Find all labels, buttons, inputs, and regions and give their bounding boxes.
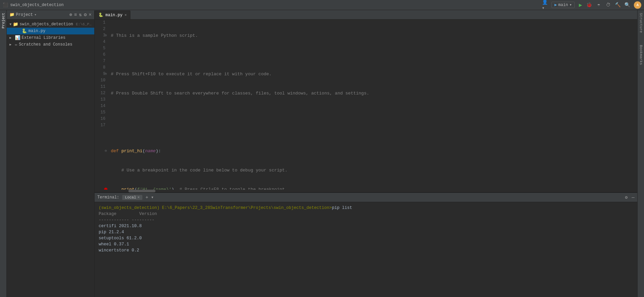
code-content[interactable]: ⊖ # This is a sample Python script. ⊖ # … bbox=[108, 20, 637, 190]
code-line-4: # Press Double Shift to search everywher… bbox=[111, 90, 635, 97]
tab-label: main.py bbox=[105, 13, 122, 18]
python-file-icon: 🐍 bbox=[22, 28, 27, 34]
run-config-selector[interactable]: ▶ main ▾ bbox=[551, 2, 575, 8]
pkg-ver-pip: 21.2.4 bbox=[109, 230, 124, 235]
kw-def: def bbox=[111, 148, 121, 154]
terminal-add-button[interactable]: + bbox=[145, 195, 148, 200]
terminal-tab-local[interactable]: Local × bbox=[122, 195, 143, 200]
terminal-settings-button[interactable]: ⚙ bbox=[625, 195, 628, 200]
tree-item-external-libs[interactable]: ▶ 📊 External Libraries bbox=[7, 34, 94, 41]
code-line-3: ⊖ # Press Shift+F10 to execute it or rep… bbox=[111, 71, 635, 77]
pkg-name-wincertstore: wincertstore bbox=[99, 248, 132, 253]
pkg-ver-wheel: 0.37.1 bbox=[114, 242, 129, 247]
code-line-5 bbox=[111, 109, 635, 116]
user-icon[interactable]: 👤▾ bbox=[542, 2, 547, 8]
terminal-content[interactable]: (swin_objects_detection) E:\6_Papers\22_… bbox=[95, 202, 637, 297]
code-line-7: ⊖ def print_hi(name): bbox=[111, 148, 635, 154]
horizontal-scrollbar[interactable] bbox=[95, 190, 637, 192]
avatar[interactable]: A bbox=[634, 1, 641, 9]
code-9-comment: # Press Ctrl+F8 to toggle the breakpoint… bbox=[179, 186, 288, 190]
line-numbers: 1 2 3 4 5 6 7 8 9 10 11 12 13 14 15 16 1… bbox=[95, 20, 108, 190]
folder-icon: 📁 bbox=[9, 12, 15, 17]
debug-button[interactable]: 🐞 bbox=[586, 2, 592, 8]
main-content: Project 📁 Project ▾ ⊕ ≡ ⇅ ⚙ × ▼ 📁 swin_o… bbox=[0, 10, 644, 297]
root-folder-icon: 📁 bbox=[13, 22, 18, 27]
line-num-6: 6 bbox=[97, 52, 105, 58]
run-config-label: main bbox=[558, 3, 568, 7]
pkg-name-setuptools: setuptools bbox=[99, 236, 127, 241]
code-line-9: print(f'Hi, {name}') # Press Ctrl+F8 to … bbox=[111, 186, 635, 190]
fold-icon-7[interactable]: ⊖ bbox=[105, 148, 107, 154]
terminal-col-package: Package bbox=[99, 212, 117, 216]
paren-close: ): bbox=[156, 148, 161, 154]
profile-button[interactable]: ⏱ bbox=[605, 2, 611, 8]
locate-icon[interactable]: ⊕ bbox=[69, 12, 72, 18]
sidebar-tab-structure[interactable]: Structure bbox=[638, 10, 644, 35]
line-num-11: 11 bbox=[97, 84, 105, 90]
library-icon: 📊 bbox=[15, 35, 20, 40]
tree-item-main-py[interactable]: 🐍 main.py bbox=[7, 28, 94, 34]
line-num-13: 13 bbox=[97, 97, 105, 103]
terminal-dropdown-button[interactable]: ▾ bbox=[151, 194, 154, 200]
line-num-4: 4 bbox=[97, 39, 105, 45]
terminal-col-version-label: Version bbox=[139, 212, 157, 216]
project-panel-header: 📁 Project ▾ ⊕ ≡ ⇅ ⚙ × bbox=[7, 10, 94, 20]
pkg-ver-wincertstore: 0.2 bbox=[132, 248, 140, 253]
line-num-16: 16 bbox=[97, 116, 105, 122]
build-button[interactable]: 🔨 bbox=[615, 2, 620, 8]
sidebar-tab-project[interactable]: Project bbox=[0, 10, 6, 31]
config-dropdown-icon: ▾ bbox=[569, 2, 572, 7]
terminal-area: Terminal: Local × + ▾ ⚙ — (swin_objects_… bbox=[95, 192, 637, 297]
line-num-15: 15 bbox=[97, 109, 105, 116]
code-line-1-text: # This is a sample Python script. bbox=[111, 32, 198, 39]
tab-file-icon: 🐍 bbox=[98, 12, 103, 18]
line-num-9: 9 bbox=[97, 71, 105, 77]
project-title: swin_objects_detection bbox=[10, 3, 64, 7]
sidebar-tab-bookmarks[interactable]: Bookmarks bbox=[638, 42, 644, 68]
pkg-name-certifi: certifi bbox=[99, 224, 119, 228]
project-dropdown-icon[interactable]: ▾ bbox=[34, 12, 36, 17]
collapse-icon[interactable]: ≡ bbox=[74, 12, 77, 18]
sort-icon[interactable]: ⇅ bbox=[79, 12, 82, 18]
terminal-pkg-certifi: certifi 2021.10.8 bbox=[99, 223, 633, 229]
code-line-8-text: # Use a breakpoint in the code line belo… bbox=[111, 167, 288, 173]
code-line-8: # Use a breakpoint in the code line belo… bbox=[111, 167, 635, 173]
terminal-pkg-wheel: wheel 0.37.1 bbox=[99, 241, 633, 247]
pkg-ver-setuptools: 61.2.0 bbox=[127, 236, 142, 241]
h-scrollbar-thumb[interactable] bbox=[128, 190, 155, 192]
title-bar-left: ⬛ swin_objects_detection bbox=[3, 2, 64, 8]
terminal-prompt-line: (swin_objects_detection) E:\6_Papers\22_… bbox=[99, 205, 633, 211]
tree-expand-root: ▼ bbox=[9, 23, 11, 26]
code-line-6 bbox=[111, 129, 635, 135]
fold-icon-1[interactable]: ⊖ bbox=[105, 32, 107, 39]
terminal-pkg-pip: pip 21.2.4 bbox=[99, 229, 633, 235]
tree-expand-ext: ▶ bbox=[9, 36, 14, 40]
close-icon[interactable]: × bbox=[89, 12, 92, 18]
terminal-tab-close[interactable]: × bbox=[138, 195, 140, 199]
project-panel-title: 📁 Project ▾ bbox=[9, 12, 36, 17]
search-everywhere-button[interactable]: 🔍 bbox=[624, 2, 630, 8]
editor-tab-main-py[interactable]: 🐍 main.py × bbox=[95, 10, 130, 19]
terminal-command: pip list bbox=[332, 206, 352, 210]
right-sidebar-tabs: Structure Bookmarks bbox=[637, 10, 644, 297]
fold-icon-3[interactable]: ⊖ bbox=[105, 71, 107, 77]
param-name: name bbox=[145, 148, 155, 154]
pkg-name-wheel: wheel bbox=[99, 242, 114, 247]
code-editor[interactable]: 1 2 3 4 5 6 7 8 9 10 11 12 13 14 15 16 1… bbox=[95, 20, 637, 190]
code-line-2 bbox=[111, 52, 635, 58]
tab-close-button[interactable]: × bbox=[124, 13, 127, 17]
run-button[interactable]: ▶ bbox=[579, 2, 582, 8]
line-num-10: 10 bbox=[97, 77, 105, 84]
settings-icon[interactable]: ⚙ bbox=[84, 12, 86, 18]
pkg-name-pip: pip bbox=[99, 230, 109, 235]
coverage-button[interactable]: ☂ bbox=[596, 2, 601, 8]
tree-item-scratches[interactable]: ▶ ✏ Scratches and Consoles bbox=[7, 41, 94, 48]
tree-item-root[interactable]: ▼ 📁 swin_objects_detection E:\6_Papers\2… bbox=[7, 21, 94, 28]
line-num-7: 7 bbox=[97, 58, 105, 64]
terminal-minimize-button[interactable]: — bbox=[632, 195, 635, 200]
line-num-5: 5 bbox=[97, 45, 105, 52]
code-9-paren2: ) bbox=[171, 186, 179, 190]
code-9-fstring: f'Hi, {name}' bbox=[137, 186, 171, 190]
terminal-pkg-setuptools: setuptools 61.2.0 bbox=[99, 235, 633, 241]
scratch-icon: ✏ bbox=[15, 42, 18, 47]
